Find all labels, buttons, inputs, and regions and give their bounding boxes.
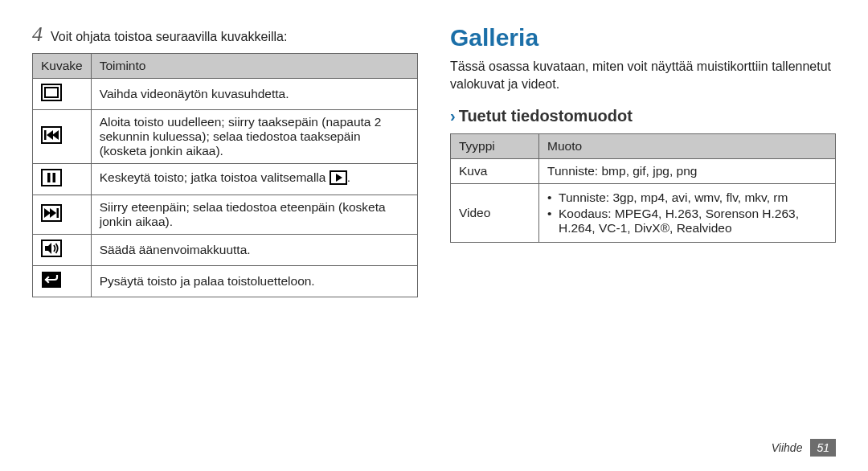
svg-marker-4 bbox=[47, 130, 53, 140]
type-image: Kuva bbox=[451, 159, 539, 184]
row-text: Vaihda videonäytön kuvasuhdetta. bbox=[91, 79, 417, 110]
row-text: Keskeytä toisto; jatka toistoa valitsema… bbox=[91, 164, 417, 195]
step-number: 4 bbox=[32, 24, 43, 45]
svg-rect-6 bbox=[42, 170, 61, 186]
svg-rect-3 bbox=[44, 130, 47, 140]
list-item: Koodaus: MPEG4, H.263, Sorenson H.263, H… bbox=[547, 207, 827, 236]
section-intro: Tässä osassa kuvataan, miten voit näyttä… bbox=[450, 58, 836, 92]
skip-forward-icon bbox=[33, 195, 92, 235]
pause-icon bbox=[33, 164, 92, 195]
row-text: Aloita toisto uudelleen; siirry taaksepä… bbox=[91, 110, 417, 164]
pause-text-before: Keskeytä toisto; jatka toistoa valitsema… bbox=[100, 170, 330, 184]
play-icon-inline bbox=[330, 170, 347, 188]
svg-marker-16 bbox=[45, 243, 51, 254]
page-number: 51 bbox=[810, 439, 836, 457]
table-row: Siirry eteenpäin; selaa tiedostoa eteenp… bbox=[33, 195, 418, 235]
header-function: Toiminto bbox=[91, 54, 417, 79]
svg-marker-5 bbox=[52, 130, 59, 140]
subsection-title: Tuetut tiedostomuodot bbox=[459, 107, 633, 125]
playback-icons-table: Kuvake Toiminto Vaihda videonäytön kuvas… bbox=[32, 53, 418, 297]
header-type: Tyyppi bbox=[451, 134, 539, 159]
table-row: Pysäytä toisto ja palaa toistoluetteloon… bbox=[33, 266, 418, 297]
step-line: 4 Voit ohjata toistoa seuraavilla kuvakk… bbox=[32, 24, 418, 45]
left-column: 4 Voit ohjata toistoa seuraavilla kuvakk… bbox=[32, 24, 418, 471]
formats-table: Tyyppi Muoto Kuva Tunniste: bmp, gif, jp… bbox=[450, 133, 836, 243]
svg-rect-1 bbox=[45, 88, 58, 97]
list-item: Tunniste: 3gp, mp4, avi, wmv, flv, mkv, … bbox=[547, 190, 827, 205]
table-row: Aloita toisto uudelleen; siirry taaksepä… bbox=[33, 110, 418, 164]
svg-marker-12 bbox=[44, 208, 51, 218]
manual-page: 4 Voit ohjata toistoa seuraavilla kuvakk… bbox=[0, 0, 868, 471]
format-video: Tunniste: 3gp, mp4, avi, wmv, flv, mkv, … bbox=[539, 184, 836, 243]
svg-rect-7 bbox=[47, 173, 51, 182]
svg-rect-14 bbox=[57, 208, 59, 218]
back-return-icon bbox=[33, 266, 92, 297]
table-header-row: Kuvake Toiminto bbox=[33, 54, 418, 79]
volume-icon bbox=[33, 235, 92, 266]
format-image: Tunniste: bmp, gif, jpg, png bbox=[539, 159, 836, 184]
footer-section: Viihde bbox=[772, 441, 803, 454]
row-text: Siirry eteenpäin; selaa tiedostoa eteenp… bbox=[91, 195, 417, 235]
subsection-heading: ›Tuetut tiedostomuodot bbox=[450, 107, 836, 125]
chevron-right-icon: › bbox=[450, 107, 456, 125]
table-row: Video Tunniste: 3gp, mp4, avi, wmv, flv,… bbox=[451, 184, 836, 243]
table-row: Keskeytä toisto; jatka toistoa valitsema… bbox=[33, 164, 418, 195]
table-header-row: Tyyppi Muoto bbox=[451, 134, 836, 159]
svg-marker-13 bbox=[50, 208, 56, 218]
table-row: Vaihda videonäytön kuvasuhdetta. bbox=[33, 79, 418, 110]
page-footer: Viihde 51 bbox=[772, 439, 836, 457]
table-row: Säädä äänenvoimakkuutta. bbox=[33, 235, 418, 266]
section-title: Galleria bbox=[450, 24, 836, 51]
header-format: Muoto bbox=[539, 134, 836, 159]
type-video: Video bbox=[451, 184, 539, 243]
table-row: Kuva Tunniste: bmp, gif, jpg, png bbox=[451, 159, 836, 184]
svg-marker-10 bbox=[336, 174, 342, 182]
row-text: Pysäytä toisto ja palaa toistoluetteloon… bbox=[91, 266, 417, 297]
header-icon: Kuvake bbox=[33, 54, 92, 79]
video-format-list: Tunniste: 3gp, mp4, avi, wmv, flv, mkv, … bbox=[547, 190, 827, 236]
skip-back-icon bbox=[33, 110, 92, 164]
aspect-ratio-icon bbox=[33, 79, 92, 110]
row-text: Säädä äänenvoimakkuutta. bbox=[91, 235, 417, 266]
svg-rect-8 bbox=[53, 173, 56, 182]
step-text: Voit ohjata toistoa seuraavilla kuvakkei… bbox=[51, 30, 287, 44]
pause-text-after: . bbox=[347, 170, 350, 184]
right-column: Galleria Tässä osassa kuvataan, miten vo… bbox=[450, 24, 836, 471]
